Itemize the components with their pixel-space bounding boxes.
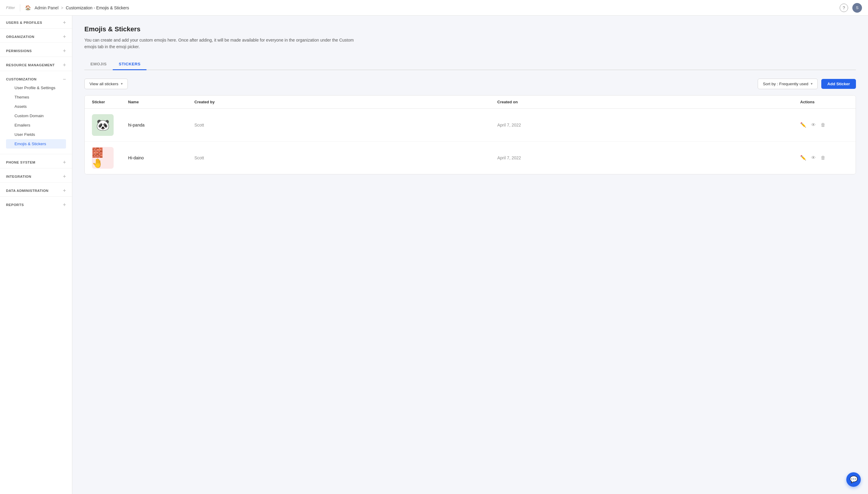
breadcrumb-separator: > [61,5,63,10]
table-header: Sticker Name Created by Created on Actio… [85,95,856,109]
sidebar-item-custom-domain[interactable]: Custom Domain [6,111,66,120]
sidebar-item-emojis-stickers[interactable]: Emojis & Stickers [6,139,66,149]
sticker-actions-2: ✏️ 👁 🗑 [800,155,848,160]
table-header-created-on: Created on [497,100,800,104]
sidebar-section-header-reports[interactable]: REPORTS + [6,202,66,208]
table-header-sticker: Sticker [92,100,128,104]
delete-icon[interactable]: 🗑 [821,155,826,160]
expand-icon: + [63,62,66,68]
tab-emojis[interactable]: EMOJIS [85,59,113,70]
sidebar-section-customization: CUSTOMIZATION − User Profile & Settings … [0,72,72,153]
sticker-name-2: Hi-daino [128,155,195,160]
toolbar-left: View all stickers ▾ [85,79,128,89]
sidebar-section-title: DATA ADMINISTRATION [6,189,49,192]
top-navigation: Fitter 🏠 Admin Panel > Customization - E… [0,0,868,16]
table-header-actions: Actions [800,100,848,104]
filter-dropdown-label: View all stickers [90,82,118,86]
collapse-icon: − [63,77,66,82]
sidebar-item-user-fields[interactable]: User Fields [6,130,66,139]
sticker-created-on-2: April 7, 2022 [497,155,800,160]
toolbar: View all stickers ▾ Sort by : Frequently… [85,79,856,89]
expand-icon: + [63,188,66,193]
sidebar-section-users-profiles: USERS & PROFILES + [0,16,72,27]
chat-icon: 💬 [850,476,858,483]
expand-icon: + [63,48,66,54]
sort-dropdown-button[interactable]: Sort by : Frequently used ▾ [758,79,818,89]
sidebar-item-assets[interactable]: Assets [6,102,66,111]
table-header-name: Name [128,100,195,104]
sidebar-section-title: INTEGRATION [6,175,31,178]
page-description: You can create and add your custom emoji… [85,37,356,50]
sidebar-item-emailers[interactable]: Emailers [6,120,66,130]
sidebar-section-title: USERS & PROFILES [6,21,42,24]
breadcrumb-parent[interactable]: Admin Panel [35,5,58,10]
sidebar-section-header-phone-system[interactable]: PHONE SYSTEM + [6,160,66,165]
app-logo: Fitter [6,5,15,10]
sticker-thumbnail-2: 🧱🤚 [92,147,128,169]
sidebar-item-themes[interactable]: Themes [6,93,66,102]
chevron-down-icon: ▾ [811,82,813,86]
expand-icon: + [63,20,66,25]
sticker-name-1: hi-panda [128,122,195,128]
tabs-container: EMOJIS STICKERS [85,59,856,70]
sticker-emoji-2: 🧱🤚 [92,147,114,168]
sticker-actions-1: ✏️ 👁 🗑 [800,122,848,128]
expand-icon: + [63,160,66,165]
home-icon[interactable]: 🏠 [25,5,31,11]
help-button[interactable]: ? [840,4,848,12]
expand-icon: + [63,202,66,208]
sidebar-section-header-users-profiles[interactable]: USERS & PROFILES + [6,20,66,25]
table-row: 🧱🤚 Hi-daino Scott April 7, 2022 ✏️ 👁 🗑 [85,141,856,174]
sidebar-section-data-administration: DATA ADMINISTRATION + [0,184,72,195]
add-sticker-button[interactable]: Add Sticker [821,79,856,89]
expand-icon: + [63,174,66,179]
sidebar-section-title: CUSTOMIZATION [6,77,36,81]
sidebar-section-phone-system: PHONE SYSTEM + [0,155,72,167]
sidebar-section-resource-management: RESOURCE MANAGEMENT + [0,58,72,70]
main-content: Emojis & Stickers You can create and add… [72,16,868,494]
chevron-down-icon: ▾ [121,82,123,86]
breadcrumb-current: Customization - Emojis & Stickers [66,5,129,10]
sidebar-section-organization: ORGANIZATION + [0,30,72,41]
filter-dropdown-button[interactable]: View all stickers ▾ [85,79,128,89]
sidebar-section-header-customization[interactable]: CUSTOMIZATION − [6,77,66,82]
sidebar-section-title: ORGANIZATION [6,35,34,39]
sticker-image-2: 🧱🤚 [92,147,114,169]
sidebar-section-header-resource-management[interactable]: RESOURCE MANAGEMENT + [6,62,66,68]
sidebar-section-header-organization[interactable]: ORGANIZATION + [6,34,66,39]
sticker-created-by-2: Scott [195,155,497,160]
breadcrumb: Admin Panel > Customization - Emojis & S… [35,5,129,10]
stickers-table: Sticker Name Created by Created on Actio… [85,95,856,174]
sidebar-item-user-profile-settings[interactable]: User Profile & Settings [6,83,66,93]
tab-stickers[interactable]: STICKERS [113,59,146,70]
sort-dropdown-label: Sort by : Frequently used [763,82,808,86]
sticker-image-1: 🐼 [92,114,114,136]
chat-bubble-button[interactable]: 💬 [846,472,861,487]
table-row: 🐼 hi-panda Scott April 7, 2022 ✏️ 👁 🗑 [85,109,856,141]
table-header-created-by: Created by [195,100,497,104]
topnav-right: ? S [840,3,862,13]
avatar[interactable]: S [852,3,862,13]
toolbar-right: Sort by : Frequently used ▾ Add Sticker [758,79,856,89]
edit-icon[interactable]: ✏️ [800,122,806,128]
view-icon[interactable]: 👁 [811,155,816,160]
sidebar-section-title: PHONE SYSTEM [6,160,35,164]
edit-icon[interactable]: ✏️ [800,155,806,160]
sidebar-section-title: RESOURCE MANAGEMENT [6,63,55,67]
delete-icon[interactable]: 🗑 [821,122,826,128]
sidebar-section-integration: INTEGRATION + [0,170,72,181]
sidebar: USERS & PROFILES + ORGANIZATION + PERMIS… [0,16,72,494]
sidebar-section-title: REPORTS [6,203,24,207]
sticker-emoji-1: 🐼 [96,119,110,131]
page-title: Emojis & Stickers [85,25,856,33]
view-icon[interactable]: 👁 [811,122,816,128]
sidebar-section-header-integration[interactable]: INTEGRATION + [6,174,66,179]
customization-items: User Profile & Settings Themes Assets Cu… [6,82,66,151]
sidebar-section-header-permissions[interactable]: PERMISSIONS + [6,48,66,54]
sidebar-section-reports: REPORTS + [0,198,72,209]
sticker-created-by-1: Scott [195,122,497,128]
sidebar-section-permissions: PERMISSIONS + [0,44,72,55]
expand-icon: + [63,34,66,39]
sticker-created-on-1: April 7, 2022 [497,122,800,128]
sidebar-section-header-data-administration[interactable]: DATA ADMINISTRATION + [6,188,66,193]
